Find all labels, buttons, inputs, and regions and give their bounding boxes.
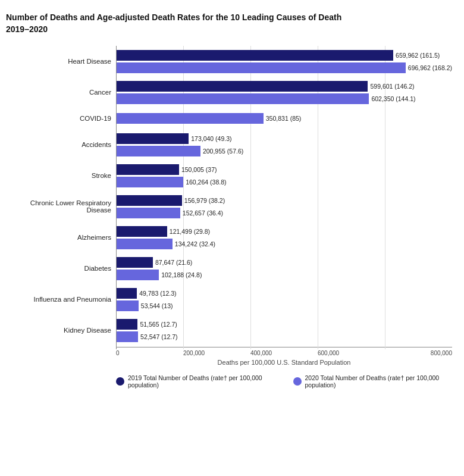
y-label-group: Kidney Disease [6,315,116,346]
bar-label-2020: 53,544 (13) [141,302,173,309]
bar-label-2019: 150,005 (37) [181,166,217,173]
cause-label: COVID-19 [6,115,116,122]
legend-item-2020: 2020 Total Number of Deaths (rate† per 1… [293,374,453,389]
bar-group: 156,979 (38.2)152,657 (36.4) [116,191,452,222]
bar-2020 [116,270,159,280]
bar-label-2020: 602,350 (144.1) [371,95,415,102]
bar-group: 49,783 (12.3)53,544 (13) [116,284,452,315]
bar-row-2019: 156,979 (38.2) [116,195,452,206]
bar-row-2019: 121,499 (29.8) [116,226,452,237]
bar-label-2019: 51,565 (12.7) [140,321,177,328]
bar-row-2019: 49,783 (12.3) [116,288,452,299]
bar-label-2020: 696,962 (168.2) [408,64,452,71]
bar-label-2019: 599,601 (146.2) [370,83,414,90]
bar-2019 [116,257,153,268]
cause-label: Accidents [6,141,116,148]
bar-row-2020: 53,544 (13) [116,300,452,311]
bar-label-2020: 200,955 (57.6) [203,148,243,155]
bar-2020 [116,331,138,342]
legend-dot-2020 [293,377,302,386]
bar-group: 659,962 (161.5)696,962 (168.2) [116,46,452,77]
bar-label-2019: 49,783 (12.3) [139,290,176,297]
bar-row-2019: 51,565 (12.7) [116,319,452,330]
bar-row-2019: 87,647 (21.6) [116,257,452,268]
bar-2020 [116,93,369,104]
bar-label-2019: 121,499 (29.8) [170,228,210,235]
cause-label: Heart Disease [6,58,116,65]
bar-2019 [116,226,167,237]
cause-label: Influenza and Pneumonia [6,296,116,303]
bar-row-2020: 160,264 (38.8) [116,177,452,187]
x-tick: 200,000 [183,350,250,356]
bar-2020 [116,239,173,249]
bars-container: 659,962 (161.5)696,962 (168.2)599,601 (1… [116,46,452,346]
bar-row-2020: 134,242 (32.4) [116,239,452,249]
legend-dot-2019 [116,377,124,386]
bar-label-2020: 350,831 (85) [266,115,302,122]
y-label-group: Heart Disease [6,46,116,77]
bar-label-2020: 160,264 (38.8) [186,178,226,186]
cause-label: Kidney Disease [6,327,116,334]
y-label-group: COVID-19 [6,108,116,129]
bar-label-2020: 102,188 (24.8) [161,271,202,278]
bar-2020 [116,177,183,187]
bar-group: 87,647 (21.6)102,188 (24.8) [116,253,452,284]
bar-2020 [116,113,264,124]
bar-row-2019: 599,601 (146.2) [116,81,452,92]
bar-row-2020: 200,955 (57.6) [116,146,452,156]
bar-row-2020: 102,188 (24.8) [116,270,452,280]
x-axis: 0200,000400,000600,000800,000 [116,347,452,356]
bar-row-2020: 696,962 (168.2) [116,62,452,73]
bar-group: 121,499 (29.8)134,242 (32.4) [116,222,452,253]
bar-label-2020: 152,657 (36.4) [183,209,223,217]
x-tick: 400,000 [250,350,318,356]
y-labels: Heart DiseaseCancerCOVID-19AccidentsStro… [6,46,116,366]
bar-row-2019: 150,005 (37) [116,164,452,175]
bar-group: 173,040 (49.3)200,955 (57.6) [116,129,452,160]
bar-label-2019: 156,979 (38.2) [184,197,225,204]
bar-2019 [116,319,137,330]
x-tick: 800,000 [385,350,452,356]
y-axis-line [116,46,117,349]
bar-group: 350,831 (85) [116,108,452,129]
y-label-group: Chronic Lower Respiratory Disease [6,191,116,222]
bar-2019 [116,50,393,61]
bar-2019 [116,288,137,299]
y-label-group: Accidents [6,129,116,160]
x-tick: 600,000 [318,350,385,356]
legend-item-2019: 2019 Total Number of Deaths (rate† per 1… [116,374,275,389]
y-label-group: Influenza and Pneumonia [6,284,116,315]
bar-row-2019: 659,962 (161.5) [116,50,452,61]
y-label-group: Alzheimers [6,222,116,253]
bar-label-2020: 134,242 (32.4) [175,240,215,248]
x-axis-label: Deaths per 100,000 U.S. Standard Populat… [116,359,452,366]
bars-area: 659,962 (161.5)696,962 (168.2)599,601 (1… [116,46,452,366]
cause-label: Stroke [6,172,116,179]
bar-group: 150,005 (37)160,264 (38.8) [116,160,452,191]
cause-label: Diabetes [6,265,116,272]
bar-2020 [116,208,180,218]
bar-2019 [116,164,179,175]
bar-2019 [116,195,182,206]
bar-2019 [116,133,189,144]
bar-label-2019: 659,962 (161.5) [396,52,440,59]
bar-2020 [116,62,406,73]
y-label-group: Diabetes [6,253,116,284]
bar-label-2020: 52,547 (12.7) [140,333,177,340]
bar-label-2019: 173,040 (49.3) [191,135,231,142]
bar-2020 [116,146,200,156]
bar-row-2020: 52,547 (12.7) [116,331,452,342]
chart-title: Number of Deaths and Age-adjusted Death … [6,12,434,35]
chart-area: Heart DiseaseCancerCOVID-19AccidentsStro… [6,46,452,366]
bar-2019 [116,81,368,92]
y-label-group: Stroke [6,160,116,191]
cause-label: Cancer [6,89,116,96]
bar-row-2020: 350,831 (85) [116,113,452,124]
bar-group: 51,565 (12.7)52,547 (12.7) [116,315,452,346]
x-tick: 0 [116,350,183,356]
cause-label: Alzheimers [6,234,116,241]
legend-label-2020: 2020 Total Number of Deaths (rate† per 1… [305,374,453,389]
legend: 2019 Total Number of Deaths (rate† per 1… [116,374,452,389]
legend-label-2019: 2019 Total Number of Deaths (rate† per 1… [128,374,275,389]
bar-row-2020: 602,350 (144.1) [116,93,452,104]
